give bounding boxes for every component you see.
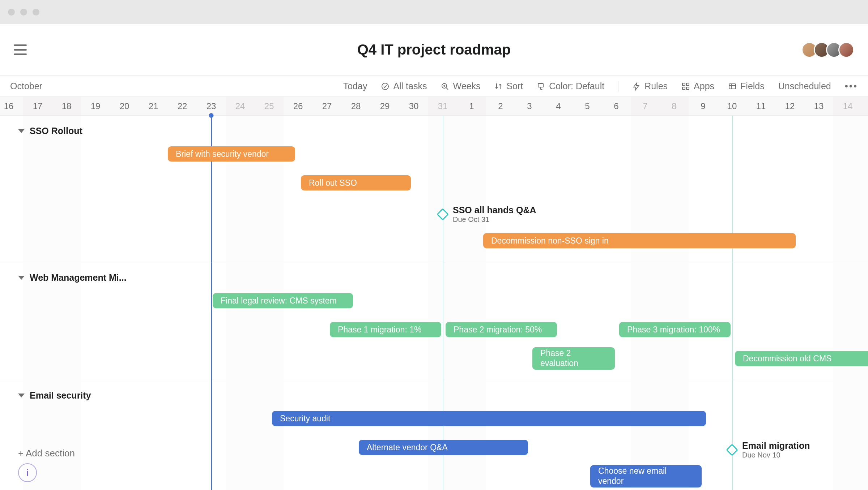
svg-rect-4 <box>686 83 689 86</box>
avatar-stack[interactable] <box>805 42 854 58</box>
menu-icon[interactable] <box>14 44 27 55</box>
day-cell[interactable]: 29 <box>370 97 399 115</box>
sort-icon <box>494 82 503 91</box>
app-header: Q4 IT project roadmap <box>0 24 868 76</box>
task-bar[interactable]: Phase 3 migration: 100% <box>619 322 731 337</box>
chevron-down-icon <box>18 394 25 397</box>
milestone[interactable]: Email migrationDue Nov 10 <box>728 440 810 459</box>
apps-button[interactable]: Apps <box>681 81 714 91</box>
task-bar[interactable]: Phase 1 migration: 1% <box>330 322 441 337</box>
window-chrome <box>0 0 868 24</box>
svg-rect-3 <box>682 83 685 86</box>
milestone-due: Due Nov 10 <box>742 451 810 459</box>
page-title: Q4 IT project roadmap <box>0 42 868 58</box>
day-cell[interactable]: 4 <box>544 97 573 115</box>
check-circle-icon <box>381 82 390 91</box>
unscheduled-button[interactable]: Unscheduled <box>778 81 831 91</box>
day-cell[interactable]: 27 <box>312 97 341 115</box>
task-bar[interactable]: Final legal review: CMS system <box>213 293 353 308</box>
day-cell[interactable]: 20 <box>110 97 139 115</box>
task-bar[interactable]: Security audit <box>272 411 706 426</box>
task-bar[interactable]: Alternate vendor Q&A <box>359 440 528 455</box>
day-cell[interactable]: 25 <box>255 97 284 115</box>
svg-rect-7 <box>729 84 736 89</box>
divider <box>618 81 618 92</box>
day-cell[interactable]: 24 <box>226 97 255 115</box>
date-ruler[interactable]: 1617181920212223242526272829303112345678… <box>0 97 868 116</box>
task-bar[interactable]: Phase 2 evaluation <box>532 347 615 370</box>
weeks-button[interactable]: Weeks <box>441 81 480 91</box>
avatar[interactable] <box>838 42 854 58</box>
color-button[interactable]: Color: Default <box>537 81 604 91</box>
fields-icon <box>728 82 737 91</box>
milestone-icon <box>437 208 449 220</box>
svg-rect-5 <box>682 87 685 90</box>
task-bar[interactable]: Decommission old CMS <box>735 351 868 366</box>
task-bar[interactable]: Roll out SSO <box>301 175 411 190</box>
milestone-title: SSO all hands Q&A <box>453 205 536 215</box>
day-cell[interactable]: 19 <box>81 97 110 115</box>
day-cell[interactable]: 18 <box>52 97 81 115</box>
section-row: Web Management Mi...Final legal review: … <box>0 262 868 380</box>
section-header[interactable]: SSO Rollout <box>0 116 868 146</box>
task-bar[interactable]: Brief with security vendor <box>168 146 295 162</box>
milestone[interactable]: SSO all hands Q&ADue Oct 31 <box>438 205 536 224</box>
day-cell[interactable]: 14 <box>833 97 862 115</box>
traffic-light-min[interactable] <box>20 9 27 16</box>
day-cell[interactable]: 23 <box>197 97 226 115</box>
svg-point-0 <box>382 83 388 90</box>
day-cell[interactable]: 5 <box>573 97 602 115</box>
day-cell[interactable]: 13 <box>804 97 833 115</box>
fields-button[interactable]: Fields <box>728 81 765 91</box>
task-bar[interactable]: Phase 2 migration: 50% <box>446 322 557 337</box>
lightning-icon <box>632 82 641 91</box>
day-cell[interactable]: 16 <box>0 97 23 115</box>
chevron-down-icon <box>18 276 25 280</box>
task-bar[interactable]: Decommission non-SSO sign in <box>483 233 796 248</box>
sort-button[interactable]: Sort <box>494 81 523 91</box>
timeline-toolbar: October Today All tasks Weeks Sort Color… <box>0 76 868 97</box>
month-label: October <box>10 81 42 91</box>
rules-button[interactable]: Rules <box>632 81 668 91</box>
milestone-due: Due Oct 31 <box>453 215 536 224</box>
task-bar[interactable]: Choose new email vendor <box>590 465 702 487</box>
svg-rect-2 <box>538 83 543 87</box>
section-header[interactable]: Web Management Mi... <box>0 262 868 293</box>
day-cell[interactable]: 7 <box>631 97 660 115</box>
day-cell[interactable]: 31 <box>428 97 457 115</box>
paint-icon <box>537 82 545 91</box>
day-cell[interactable]: 6 <box>602 97 631 115</box>
today-button[interactable]: Today <box>343 81 367 91</box>
more-icon[interactable]: ••• <box>845 81 858 92</box>
day-cell[interactable]: 28 <box>341 97 370 115</box>
section-title: Web Management Mi... <box>30 272 127 283</box>
traffic-light-close[interactable] <box>8 9 15 16</box>
day-cell[interactable]: 11 <box>746 97 775 115</box>
traffic-light-max[interactable] <box>33 9 39 16</box>
day-cell[interactable]: 21 <box>139 97 168 115</box>
day-cell[interactable]: 30 <box>399 97 428 115</box>
day-cell[interactable]: 1 <box>457 97 486 115</box>
section-row: SSO RolloutBrief with security vendorRol… <box>0 116 868 262</box>
apps-icon <box>681 82 690 91</box>
milestone-title: Email migration <box>742 440 810 451</box>
all-tasks-button[interactable]: All tasks <box>381 81 427 91</box>
day-cell[interactable]: 26 <box>284 97 312 115</box>
day-cell[interactable]: 2 <box>486 97 515 115</box>
day-cell[interactable]: 12 <box>775 97 804 115</box>
day-cell[interactable]: 17 <box>23 97 52 115</box>
gantt-sections: SSO RolloutBrief with security vendorRol… <box>0 116 868 490</box>
day-cell[interactable]: 9 <box>689 97 718 115</box>
section-title: SSO Rollout <box>30 126 82 136</box>
day-cell[interactable]: 22 <box>168 97 197 115</box>
chevron-down-icon <box>18 129 25 133</box>
day-cell[interactable]: 10 <box>718 97 746 115</box>
section-header[interactable]: Email security <box>0 380 868 411</box>
svg-rect-6 <box>686 87 689 90</box>
day-cell[interactable]: 8 <box>660 97 689 115</box>
day-cell[interactable]: 3 <box>515 97 544 115</box>
gantt-area: SSO RolloutBrief with security vendorRol… <box>0 116 868 490</box>
section-title: Email security <box>30 390 91 401</box>
section-row: Email securitySecurity auditAlternate ve… <box>0 380 868 490</box>
day-cell[interactable]: 15 <box>862 97 868 115</box>
